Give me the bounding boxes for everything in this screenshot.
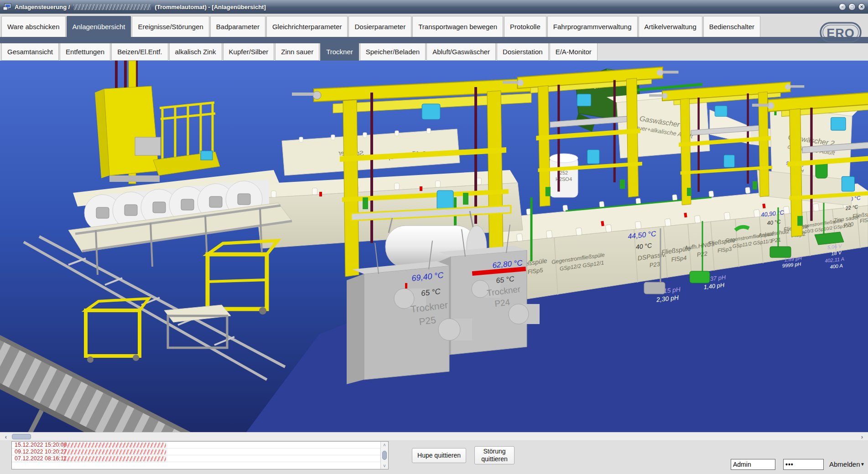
log-row[interactable]: 15.12.2022 15:20:09 (12, 442, 380, 448)
tab-band (0, 37, 868, 43)
window-controls: − □ ✕ (839, 3, 865, 10)
viewport-hscrollbar[interactable]: ‹ › (0, 432, 868, 440)
log-row[interactable]: 09.12.2022 10:20:27 (12, 448, 380, 455)
restore-button[interactable]: □ (848, 3, 856, 10)
tab-ware-abschicken[interactable]: Ware abschicken (1, 16, 66, 37)
bottom-panel: 15.12.2022 15:20:09 09.12.2022 10:20:27 … (0, 440, 868, 474)
alarm-log-list[interactable]: 15.12.2022 15:20:09 09.12.2022 10:20:27 … (11, 441, 389, 469)
main-tab-bar: Ware abschicken Anlagenübersicht Ereigni… (0, 14, 868, 37)
tab-trockner[interactable]: Trockner (320, 43, 359, 61)
log-timestamp: 07.12.2022 08:16:11 (12, 455, 59, 462)
tab-artikelverwaltung[interactable]: Artikelverwaltung (639, 16, 702, 37)
dryer-id: P25 (418, 314, 437, 327)
tab-fahrprogrammverwaltung[interactable]: Fahrprogrammverwaltung (547, 16, 638, 37)
scroll-right-icon[interactable]: › (858, 433, 866, 440)
app-icon (3, 3, 12, 11)
tank-id: P21 (771, 237, 781, 244)
tab-bedienschalter[interactable]: Bedienschalter (703, 16, 760, 37)
log-timestamp: 09.12.2022 10:20:27 (12, 448, 59, 455)
plant-3d-viewport[interactable]: Fließspüle FlSp5 Gegenstromfließspüle GS… (0, 61, 868, 432)
tab-dosierstation[interactable]: Dosierstation (497, 43, 549, 61)
log-scroll-thumb[interactable] (382, 451, 387, 460)
scroll-up-icon[interactable]: ˄ (381, 442, 388, 448)
log-timestamp: 15.12.2022 15:20:09 (12, 442, 59, 448)
redacted-log-message (62, 449, 166, 454)
tab-gesamtansicht[interactable]: Gesamtansicht (1, 43, 59, 61)
tank-id: P20 (843, 221, 854, 229)
tab-ereignisse-stoerungen[interactable]: Ereignisse/Störungen (132, 16, 209, 37)
tab-speicher-beladen[interactable]: Speicher/Beladen (360, 43, 426, 61)
redacted-log-message (62, 443, 166, 448)
minimize-button[interactable]: − (839, 3, 846, 10)
h2so4-container: 252 H2SO4 (550, 154, 578, 197)
password-input[interactable] (783, 459, 824, 470)
scroll-left-icon[interactable]: ‹ (2, 433, 10, 440)
log-row[interactable]: 07.12.2022 08:16:11 (12, 455, 380, 462)
tab-gleichrichterparameter[interactable]: Gleichrichterparameter (266, 16, 348, 37)
stoerung-quittieren-button[interactable]: Störung quittieren (474, 446, 515, 464)
tab-protokolle[interactable]: Protokolle (504, 16, 546, 37)
tab-abluft-gaswaescher[interactable]: Abluft/Gaswäscher (426, 43, 496, 61)
title-bar: Anlagensteuerung / (Trommelautomat) - [A… (0, 0, 868, 14)
ero-logo-text: ERO (826, 26, 855, 40)
tab-kupfer-silber[interactable]: Kupfer/Silber (223, 43, 275, 61)
container-capacity: 252 (560, 170, 568, 175)
tab-beizen-el-entf[interactable]: Beizen/El.Entf. (111, 43, 168, 61)
ero-logo: ERO (818, 16, 863, 46)
tab-zinn-sauer[interactable]: Zinn sauer (275, 43, 319, 61)
dryer-id: P24 (494, 297, 511, 309)
window-title-suffix: (Trommelautomat) - [Anlagenübersicht] (155, 4, 265, 10)
tab-dosierparameter[interactable]: Dosierparameter (348, 16, 411, 37)
log-row-empty (12, 462, 380, 469)
tab-entfettungen[interactable]: Entfettungen (60, 43, 110, 61)
sub-tab-bar: Gesamtansicht Entfettungen Beizen/El.Ent… (0, 43, 868, 61)
tab-ea-monitor[interactable]: E/A-Monitor (550, 43, 598, 61)
scroll-down-icon[interactable]: ˅ (381, 463, 388, 469)
window-title-prefix: Anlagensteuerung / (15, 4, 70, 10)
tab-anlagenuebersicht[interactable]: Anlagenübersicht (67, 16, 131, 37)
tab-alkalisch-zink[interactable]: alkalisch Zink (169, 43, 222, 61)
tab-badparameter[interactable]: Badparameter (210, 16, 265, 37)
hupe-quittieren-button[interactable]: Hupe quittieren (412, 448, 466, 463)
chevron-down-icon[interactable]: ▼ (860, 462, 865, 467)
username-input[interactable] (731, 459, 775, 470)
tab-transportwagen-bewegen[interactable]: Transportwagen bewegen (412, 16, 503, 37)
close-button[interactable]: ✕ (858, 3, 865, 10)
volt-setpoint: 18 V (831, 250, 842, 256)
abmelden-button[interactable]: Abmelden (829, 460, 860, 468)
log-scrollbar[interactable]: ˄ ˅ (380, 442, 388, 469)
redacted-log-message (62, 456, 166, 461)
hscroll-thumb[interactable] (12, 434, 31, 439)
redacted-scribble (73, 4, 151, 10)
